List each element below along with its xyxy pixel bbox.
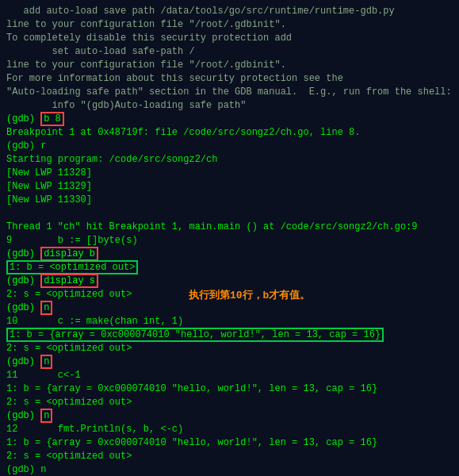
line-s-optimized-2: 2: s = <optimized out> — [6, 342, 453, 355]
line-4: set auto-load safe-path / — [6, 45, 453, 59]
line-gdb-n1: (gdb) n — [6, 301, 453, 315]
terminal-window: add auto-load save path /data/tools/go/s… — [0, 0, 459, 476]
line-b-array-3: 1: b = {array = 0xc000074010 "hello, wor… — [6, 436, 453, 450]
line-s-optimized-3: 2: s = <optimized out> — [6, 396, 453, 409]
line-12-println: 12 fmt.Println(s, b, <-c) — [6, 423, 453, 436]
line-starting: Starting program: /code/src/songz2/ch — [6, 153, 453, 167]
line-gdb-display-s: (gdb) display s — [6, 274, 453, 288]
line-blank — [6, 207, 453, 221]
annotation-text: 执行到第10行，b才有值。 — [189, 288, 310, 302]
line-2: line to your configuration file "/root/.… — [6, 18, 453, 32]
line-gdb-n4: (gdb) n — [6, 463, 453, 476]
line-gdb-display-b: (gdb) display b — [6, 248, 453, 261]
line-lwp3: [New LWP 11330] — [6, 194, 453, 207]
line-7: "Auto-loading safe path" section in the … — [6, 86, 453, 99]
line-1: add auto-load save path /data/tools/go/s… — [6, 5, 453, 18]
line-lwp2: [New LWP 11329] — [6, 180, 453, 194]
line-gdb-n3: (gdb) n — [6, 409, 453, 423]
line-s-optimized-4: 2: s = <optimized out> — [6, 450, 453, 463]
line-5: line to your configuration file "/root/.… — [6, 59, 453, 72]
line-11-chan-send: 11 c<-1 — [6, 369, 453, 382]
line-gdb-r: (gdb) r — [6, 140, 453, 153]
line-thread-hit: Thread 1 "ch" hit Breakpoint 1, main.mai… — [6, 221, 453, 234]
line-b-array-1: 1: b = {array = 0xc000074010 "hello, wor… — [6, 328, 453, 342]
line-b-array-2: 1: b = {array = 0xc000074010 "hello, wor… — [6, 382, 453, 396]
line-3: To completely disable this security prot… — [6, 32, 453, 45]
line-8: info "(gdb)Auto-loading safe path" — [6, 99, 453, 113]
line-gdb-b8: (gdb) b 8 — [6, 113, 453, 126]
annotation-container: (gdb) n 执行到第10行，b才有值。 — [6, 301, 453, 315]
line-9-byteslice: 9 b := []byte(s) — [6, 234, 453, 248]
line-lwp1: [New LWP 11328] — [6, 167, 453, 180]
line-10-make-chan: 10 c := make(chan int, 1) — [6, 315, 453, 328]
line-gdb-n2: (gdb) n — [6, 355, 453, 369]
line-b-optimized: 1: b = <optimized out> — [6, 261, 453, 274]
line-breakpoint: Breakpoint 1 at 0x48719f: file /code/src… — [6, 126, 453, 140]
line-6: For more information about this security… — [6, 72, 453, 86]
